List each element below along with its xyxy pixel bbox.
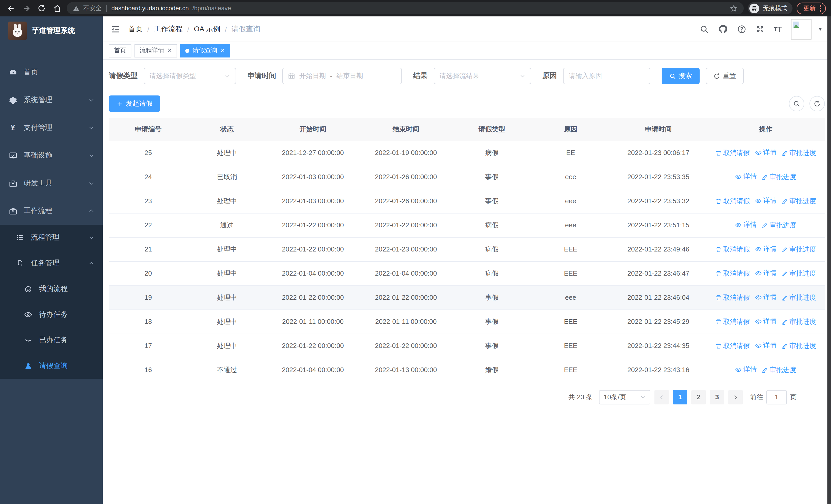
font-size-icon[interactable]: TT bbox=[774, 25, 782, 33]
search-button[interactable]: 搜索 bbox=[662, 68, 699, 84]
face-icon bbox=[24, 284, 33, 294]
detail-link[interactable]: 详情 bbox=[755, 196, 777, 206]
approval-progress-link[interactable]: 审批进度 bbox=[782, 197, 816, 206]
sidebar-item-payment[interactable]: ¥ 支付管理 bbox=[0, 114, 103, 142]
github-icon[interactable] bbox=[718, 24, 728, 34]
date-range-picker[interactable]: 开始日期 - 结束日期 bbox=[282, 68, 402, 84]
breadcrumb-item[interactable]: 首页 bbox=[128, 24, 143, 34]
sidebar-item-infrastructure[interactable]: 基础设施 bbox=[0, 142, 103, 169]
browser-forward-icon[interactable] bbox=[21, 3, 32, 14]
breadcrumb-item[interactable]: OA 示例 bbox=[194, 24, 221, 34]
leave-type-select[interactable]: 请选择请假类型 bbox=[144, 68, 236, 84]
cancel-leave-link[interactable]: 取消请假 bbox=[716, 148, 750, 157]
col-request-id: 申请编号 bbox=[109, 118, 188, 141]
actions-cell: 取消请假详情审批进度 bbox=[707, 309, 825, 334]
table-row: 20处理中2022-01-04 00:00:002022-01-04 00:00… bbox=[109, 261, 825, 285]
sidebar-item-home[interactable]: 首页 bbox=[0, 59, 103, 86]
create-leave-button[interactable]: 发起请假 bbox=[109, 95, 160, 112]
page-number-button[interactable]: 3 bbox=[710, 390, 724, 404]
approval-progress-link[interactable]: 审批进度 bbox=[782, 293, 816, 302]
request-id-cell: 22 bbox=[109, 213, 188, 237]
sidebar-item-devtools[interactable]: 研发工具 bbox=[0, 169, 103, 197]
end-time-cell: 2022-01-26 00:00:00 bbox=[359, 165, 453, 189]
approval-progress-link[interactable]: 审批进度 bbox=[762, 365, 796, 375]
refresh-icon[interactable] bbox=[809, 96, 825, 111]
sidebar-item-my-process[interactable]: 我的流程 bbox=[0, 276, 103, 302]
sidebar-item-leave-query[interactable]: 请假查询 bbox=[0, 353, 103, 379]
approval-progress-link[interactable]: 审批进度 bbox=[782, 269, 816, 278]
browser-home-icon[interactable] bbox=[51, 3, 63, 14]
sidebar-item-process-management[interactable]: 流程管理 bbox=[0, 225, 103, 250]
sidebar-item-done-tasks[interactable]: 已办任务 bbox=[0, 327, 103, 353]
chevron-up-icon bbox=[88, 208, 94, 214]
sidebar-item-task-management[interactable]: 任务管理 bbox=[0, 250, 103, 276]
cancel-leave-link[interactable]: 取消请假 bbox=[716, 317, 750, 326]
end-time-cell: 2022-01-22 00:00:00 bbox=[359, 285, 453, 309]
detail-link[interactable]: 详情 bbox=[755, 244, 777, 254]
show-search-icon[interactable] bbox=[789, 96, 804, 111]
cancel-leave-link[interactable]: 取消请假 bbox=[716, 197, 750, 206]
breadcrumb-item[interactable]: 工作流程 bbox=[154, 24, 183, 34]
fullscreen-icon[interactable] bbox=[755, 24, 765, 34]
page-number-button[interactable]: 1 bbox=[673, 390, 687, 404]
cancel-leave-link[interactable]: 取消请假 bbox=[716, 269, 750, 278]
detail-link[interactable]: 详情 bbox=[755, 148, 777, 157]
cancel-leave-link[interactable]: 取消请假 bbox=[716, 341, 750, 351]
close-icon[interactable]: ✕ bbox=[167, 47, 172, 54]
approval-progress-link[interactable]: 审批进度 bbox=[782, 148, 816, 157]
workflow-submenu: 流程管理 任务管理 bbox=[0, 225, 103, 379]
bookmark-star-icon[interactable] bbox=[730, 4, 738, 12]
start-time-cell: 2022-01-22 00:00:00 bbox=[266, 334, 360, 358]
browser-scrollbar[interactable] bbox=[827, 17, 831, 504]
tab-leave-query[interactable]: 请假查询 ✕ bbox=[180, 44, 230, 57]
cancel-leave-link[interactable]: 取消请假 bbox=[716, 245, 750, 254]
browser-update-button[interactable]: 更新 bbox=[797, 2, 826, 14]
active-tab-dot bbox=[185, 49, 190, 53]
browser-back-icon[interactable] bbox=[5, 3, 17, 14]
user-avatar[interactable] bbox=[791, 19, 811, 39]
tab-home[interactable]: 首页 bbox=[109, 44, 132, 57]
actions-cell: 详情审批进度 bbox=[707, 165, 825, 189]
next-page-button[interactable] bbox=[728, 390, 743, 404]
detail-link[interactable]: 详情 bbox=[755, 341, 777, 350]
sidebar-item-workflow[interactable]: 工作流程 bbox=[0, 197, 103, 225]
page-number-button[interactable]: 2 bbox=[691, 390, 706, 404]
detail-link[interactable]: 详情 bbox=[755, 317, 777, 326]
reset-button[interactable]: 重置 bbox=[706, 68, 744, 84]
avatar-caret-icon[interactable]: ▼ bbox=[818, 26, 823, 32]
cancel-leave-link[interactable]: 取消请假 bbox=[716, 293, 750, 302]
user-icon bbox=[24, 361, 33, 370]
help-icon[interactable] bbox=[737, 24, 746, 34]
sidebar-item-system[interactable]: 系统管理 bbox=[0, 86, 103, 114]
start-time-cell: 2022-01-22 00:00:00 bbox=[266, 237, 360, 261]
page-size-select[interactable]: 10条/页 bbox=[599, 390, 650, 404]
address-bar[interactable]: 不安全 dashboard.yudao.iocoder.cn /bpm/oa/l… bbox=[67, 2, 744, 14]
prev-page-button[interactable] bbox=[654, 390, 669, 404]
result-select[interactable]: 请选择流结果 bbox=[434, 68, 531, 84]
insecure-warning-icon[interactable] bbox=[73, 5, 80, 11]
reason-input[interactable]: 请输入原因 bbox=[563, 68, 650, 84]
tab-process-detail[interactable]: 流程详情 ✕ bbox=[135, 44, 177, 57]
eye-icon bbox=[755, 318, 762, 325]
calendar-icon bbox=[288, 72, 295, 80]
approval-progress-link[interactable]: 审批进度 bbox=[782, 317, 816, 326]
detail-link[interactable]: 详情 bbox=[755, 269, 777, 278]
detail-link[interactable]: 详情 bbox=[735, 172, 757, 181]
search-icon[interactable] bbox=[699, 24, 709, 34]
eye-icon bbox=[755, 246, 762, 253]
approval-progress-link[interactable]: 审批进度 bbox=[762, 173, 796, 182]
approval-progress-link[interactable]: 审批进度 bbox=[782, 245, 816, 254]
detail-link[interactable]: 详情 bbox=[735, 220, 757, 230]
approval-progress-link[interactable]: 审批进度 bbox=[762, 221, 796, 230]
sidebar-item-todo-tasks[interactable]: 待办任务 bbox=[0, 302, 103, 327]
table-row: 21处理中2022-01-22 00:00:002022-01-23 00:00… bbox=[109, 237, 825, 261]
detail-link[interactable]: 详情 bbox=[735, 365, 757, 375]
goto-page-input[interactable]: 1 bbox=[766, 390, 787, 404]
close-icon[interactable]: ✕ bbox=[220, 47, 225, 54]
browser-menu-icon[interactable] bbox=[820, 5, 821, 11]
end-time-cell: 2022-01-13 00:00:00 bbox=[359, 358, 453, 382]
approval-progress-link[interactable]: 审批进度 bbox=[782, 341, 816, 351]
detail-link[interactable]: 详情 bbox=[755, 293, 777, 302]
browser-reload-icon[interactable] bbox=[36, 3, 47, 14]
sidebar-fold-icon[interactable] bbox=[111, 24, 120, 34]
